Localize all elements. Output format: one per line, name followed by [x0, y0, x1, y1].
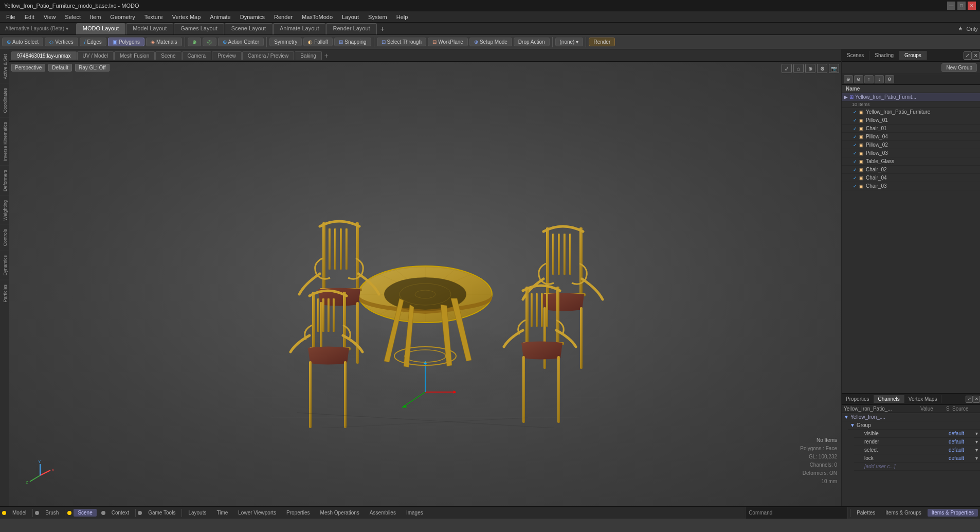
brush-button[interactable]: Brush [41, 509, 63, 517]
group-gear-btn[interactable]: ⚙ [885, 75, 894, 83]
vertices-button[interactable]: ◇ Vertices [45, 38, 78, 46]
rp-tab-scenes[interactable]: Scenes [842, 51, 869, 60]
home-icon[interactable]: ⌂ [793, 64, 804, 73]
ch-lock-row[interactable]: lock default ▾ [854, 454, 980, 463]
menu-file[interactable]: File [2, 13, 20, 21]
sidebar-tab-coordinates[interactable]: Coordinates [0, 83, 9, 117]
falloff-button[interactable]: ◐ Falloff [303, 38, 333, 46]
rp-tab-shading[interactable]: Shading [869, 51, 899, 60]
list-item[interactable]: ✓ ▣ Pillow_03 [842, 149, 980, 157]
vp-tab-uv-model[interactable]: UV / Model [77, 51, 114, 60]
menu-maxtomodo[interactable]: MaxToModo [298, 13, 337, 21]
materials-button[interactable]: ◈ Materials [146, 38, 182, 46]
select-through-button[interactable]: ⊡ Select Through [377, 38, 427, 46]
group-up-btn[interactable]: ↑ [864, 75, 874, 83]
3d-viewport[interactable]: Perspective Default Ray GL: Off ⤢ ⌂ ⊕ ⚙ … [9, 62, 841, 506]
perspective-button[interactable]: Perspective [11, 64, 45, 72]
mesh-operations-button[interactable]: Mesh Operations [316, 509, 364, 517]
list-item[interactable]: ✓ ▣ Chair_04 [842, 174, 980, 182]
close-button[interactable]: ✕ [968, 2, 976, 10]
drop-action-button[interactable]: Drop Action [514, 38, 550, 46]
ch-select-dropdown[interactable]: ▾ [975, 447, 978, 453]
items-groups-button[interactable]: Items & Groups [881, 509, 925, 517]
menu-animate[interactable]: Animate [206, 13, 234, 21]
menu-dynamics[interactable]: Dynamics [236, 13, 269, 21]
rpb-tab-properties[interactable]: Properties [842, 395, 874, 403]
command-bar[interactable]: Command [745, 507, 848, 519]
sidebar-tab-controls[interactable]: Controls [0, 224, 9, 251]
lower-viewports-button[interactable]: Lower Viewports [234, 509, 280, 517]
group-root-item[interactable]: ▶ ⊞ Yellow_Iron_Patio_Furnit... [842, 93, 980, 101]
list-item[interactable]: ✓ ▣ Yellow_Iron_Patio_Furniture [842, 108, 980, 116]
new-group-button[interactable]: New Group [941, 63, 977, 72]
group-remove-btn[interactable]: ⊖ [854, 75, 863, 83]
rp-expand-icon[interactable]: ⤢ [964, 51, 972, 60]
menu-select[interactable]: Select [61, 13, 85, 21]
tab-modo-layout[interactable]: MODO Layout [76, 23, 125, 34]
ch-root-row[interactable]: ▼ Yellow_Iron_.... [842, 413, 980, 421]
auto-select-button[interactable]: ⊕ Auto Select [2, 38, 43, 46]
sidebar-tab-weighting[interactable]: Weighting [0, 196, 9, 225]
items-properties-button[interactable]: Items & Properties [928, 509, 978, 517]
ch-render-dropdown[interactable]: ▾ [975, 439, 978, 445]
list-item[interactable]: ✓ ▣ Pillow_02 [842, 141, 980, 149]
list-item[interactable]: ✓ ▣ Chair_02 [842, 166, 980, 174]
tab-render-layout[interactable]: Render Layout [326, 23, 376, 34]
workplane-button[interactable]: ⊟ WorkPlane [428, 38, 468, 46]
none-dropdown[interactable]: (none) ▾ [555, 38, 584, 46]
list-item[interactable]: ✓ ▣ Pillow_01 [842, 116, 980, 125]
menu-help[interactable]: Help [392, 13, 412, 21]
scene-3d[interactable] [9, 62, 841, 506]
symmetry-button[interactable]: Symmetry [269, 38, 302, 46]
sidebar-tab-ik[interactable]: Inverse Kinematics [0, 117, 9, 165]
ch-visible-dropdown[interactable]: ▾ [975, 431, 978, 436]
vp-tab-main[interactable]: 9748463019:lay-unmax [11, 51, 77, 60]
camera-icon[interactable]: 📷 [829, 64, 839, 73]
sidebar-tab-dynamics[interactable]: Dynamics [0, 251, 9, 280]
tab-animate-layout[interactable]: Animate Layout [273, 23, 325, 34]
ch-visible-row[interactable]: visible default ▾ [854, 430, 980, 438]
group-add-btn[interactable]: ⊕ [844, 75, 853, 83]
menu-view[interactable]: View [40, 13, 60, 21]
vp-tab-camera[interactable]: Camera [182, 51, 212, 60]
minimize-button[interactable]: — [947, 2, 955, 10]
list-item[interactable]: ✓ ▣ Table_Glass [842, 157, 980, 166]
rpb-tab-channels[interactable]: Channels [874, 395, 904, 403]
settings-icon[interactable]: ⚙ [817, 64, 827, 73]
sidebar-tab-particles[interactable]: Particles [0, 280, 9, 307]
assemblies-button[interactable]: Assemblies [366, 509, 400, 517]
ch-render-row[interactable]: render default ▾ [854, 438, 980, 446]
group-down-btn[interactable]: ↓ [875, 75, 884, 83]
rpb-tab-vertex-maps[interactable]: Vertex Maps [904, 395, 942, 403]
sidebar-tab-deformers[interactable]: Deformers [0, 165, 9, 196]
sidebar-tab-active-set[interactable]: Active & Set [0, 49, 9, 83]
edges-button[interactable]: / Edges [80, 38, 106, 46]
menu-geometry[interactable]: Geometry [106, 13, 139, 21]
tab-model-layout[interactable]: Model Layout [126, 23, 173, 34]
rpb-expand-icon[interactable]: ⤢ [966, 396, 973, 403]
menu-render[interactable]: Render [270, 13, 297, 21]
snapping-button[interactable]: ⊞ Snapping [334, 38, 371, 46]
menu-vertex-map[interactable]: Vertex Map [168, 13, 205, 21]
properties-button[interactable]: Properties [282, 509, 314, 517]
menu-layout[interactable]: Layout [338, 13, 363, 21]
menu-item[interactable]: Item [86, 13, 105, 21]
layouts-button[interactable]: Layouts [184, 509, 210, 517]
time-button[interactable]: Time [212, 509, 232, 517]
groups-list[interactable]: ▶ ⊞ Yellow_Iron_Patio_Furnit... 10 Items… [842, 93, 980, 393]
scene-button[interactable]: Scene [74, 509, 96, 517]
vp-tab-mesh-fusion[interactable]: Mesh Fusion [114, 51, 155, 60]
vp-tab-preview[interactable]: Preview [212, 51, 242, 60]
vp-tab-camera-preview[interactable]: Camera / Preview [242, 51, 294, 60]
model-button[interactable]: Model [8, 509, 30, 517]
rp-close-icon[interactable]: ✕ [972, 51, 980, 60]
ch-add-user-row[interactable]: [add user c...] [854, 463, 980, 471]
list-item[interactable]: ✓ ▣ Pillow_04 [842, 133, 980, 141]
rpb-close-icon[interactable]: ✕ [973, 396, 980, 403]
expand-icon[interactable]: ⤢ [782, 64, 792, 73]
tab-games-layout[interactable]: Games Layout [174, 23, 224, 34]
menu-system[interactable]: System [364, 13, 391, 21]
rp-tab-groups[interactable]: Groups [899, 51, 927, 60]
context-button[interactable]: Context [107, 509, 133, 517]
list-item[interactable]: ✓ ▣ Chair_01 [842, 125, 980, 133]
